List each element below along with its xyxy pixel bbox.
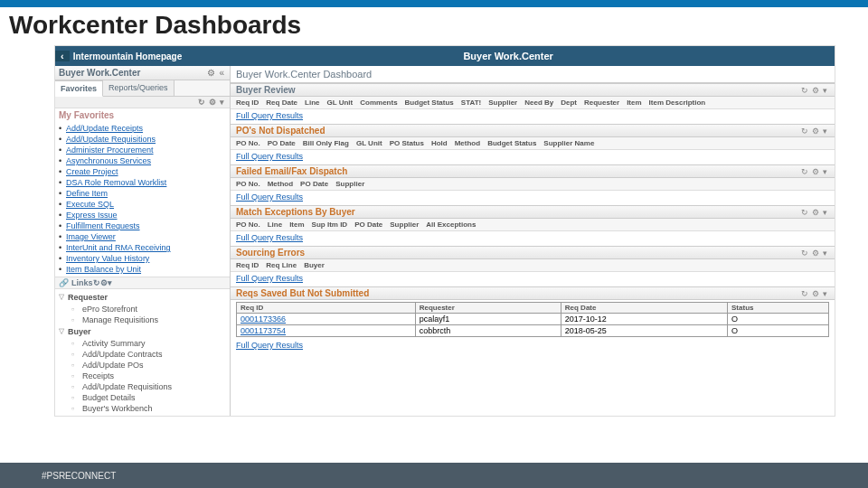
twisty-icon[interactable]: ▽	[59, 291, 68, 304]
tree-leaf[interactable]: ▫Budget Details	[59, 392, 226, 403]
dashboard-block: Sourcing Errors↻⚙▾Req IDReq LineBuyerFul…	[231, 246, 835, 285]
tree-leaf[interactable]: ▫Add/Update Contracts	[59, 349, 226, 360]
favorite-link[interactable]: Execute SQL	[66, 199, 114, 210]
dashboard-title: Buyer Work.Center Dashboard	[231, 66, 835, 83]
refresh-icon[interactable]: ↻	[799, 249, 810, 258]
gear-icon[interactable]: ⚙	[100, 278, 108, 287]
favorite-link[interactable]: Image Viewer	[66, 231, 116, 242]
favorite-link[interactable]: DSA Role Removal Worklist	[66, 177, 166, 188]
tree-group[interactable]: ▽Buyer	[59, 325, 226, 338]
gear-icon[interactable]: ⚙	[810, 86, 821, 95]
chevron-down-icon[interactable]: ▾	[821, 249, 829, 258]
chevron-down-icon[interactable]: ▾	[821, 167, 829, 176]
gear-icon[interactable]: ⚙	[810, 167, 821, 176]
column-headers: PO No.MethodPO DateSupplier	[231, 178, 835, 191]
block-header: Sourcing Errors↻⚙▾	[231, 246, 835, 259]
bullet-icon: •	[59, 188, 66, 199]
table-cell: 2017-10-12	[561, 314, 727, 325]
refresh-icon[interactable]: ↻	[799, 86, 810, 95]
favorite-link[interactable]: Create Project	[66, 166, 118, 177]
gear-icon[interactable]: ⚙	[205, 68, 217, 78]
gear-icon[interactable]: ⚙	[810, 208, 821, 217]
refresh-icon[interactable]: ↻	[93, 278, 100, 287]
column-header: Requester	[584, 99, 619, 107]
favorite-link[interactable]: Asynchronous Services	[66, 155, 151, 166]
tree-leaf-label: Add/Update Contracts	[82, 349, 163, 360]
chevron-down-icon[interactable]: ▾	[821, 86, 829, 95]
refresh-icon[interactable]: ↻	[799, 289, 810, 298]
page-icon: ▫	[71, 381, 82, 392]
links-tree: ▽Requester▫ePro Storefront▫Manage Requis…	[55, 289, 230, 416]
block-title: PO's Not Dispatched	[236, 126, 799, 136]
chevron-down-icon[interactable]: ▾	[821, 289, 829, 298]
refresh-icon[interactable]: ↻	[799, 208, 810, 217]
refresh-icon[interactable]: ↻	[799, 167, 810, 176]
favorite-link[interactable]: Express Issue	[66, 210, 118, 221]
twisty-icon[interactable]: ▽	[59, 325, 68, 338]
bullet-icon: •	[59, 145, 66, 155]
tree-leaf[interactable]: ▫Add/Update POs	[59, 360, 226, 371]
chevron-down-icon[interactable]: ▾	[821, 127, 829, 136]
left-panel-title: Buyer Work.Center	[59, 68, 205, 78]
table-column-header: Req Date	[561, 303, 727, 314]
gear-icon[interactable]: ⚙	[810, 127, 821, 136]
req-id-link[interactable]: 0001173754	[241, 326, 286, 335]
table-column-header: Requester	[415, 303, 561, 314]
homepage-link[interactable]: Intermountain Homepage	[70, 52, 183, 61]
chevron-down-icon[interactable]: ▾	[108, 278, 112, 287]
req-id-link[interactable]: 0001173366	[241, 314, 286, 324]
page-icon: ▫	[71, 304, 82, 314]
table-row[interactable]: 0001173366pcalayf12017-10-12O	[237, 314, 829, 325]
favorite-link[interactable]: Add/Update Receipts	[66, 123, 143, 134]
tree-leaf[interactable]: ▫Receipts	[59, 371, 226, 381]
tree-group[interactable]: ▽Requester	[59, 291, 226, 304]
favorite-link[interactable]: InterUnit and RMA Receiving	[66, 242, 171, 253]
favorite-item: •DSA Role Removal Worklist	[59, 177, 226, 188]
page-icon: ▫	[71, 371, 82, 381]
block-title: Sourcing Errors	[236, 248, 799, 258]
tree-leaf[interactable]: ▫Manage Requisitions	[59, 314, 226, 325]
favorite-link[interactable]: Add/Update Requisitions	[66, 134, 156, 145]
chevron-down-icon[interactable]: ▾	[218, 98, 226, 107]
column-header: Item	[627, 99, 641, 107]
bullet-icon: •	[59, 134, 66, 145]
chevron-down-icon[interactable]: ▾	[821, 208, 829, 217]
tree-leaf[interactable]: ▫Buyer's Workbench	[59, 403, 226, 414]
full-query-results-link[interactable]: Full Query Results	[236, 111, 303, 120]
favorite-link[interactable]: Administer Procurement	[66, 145, 154, 155]
tree-leaf[interactable]: ▫Activity Summary	[59, 338, 226, 349]
column-header: Req Date	[266, 99, 297, 107]
tab-favorites[interactable]: Favorites	[55, 80, 103, 97]
favorite-link[interactable]: Inventory Value History	[66, 253, 149, 264]
favorite-link[interactable]: Define Item	[66, 188, 108, 199]
full-query-results-link[interactable]: Full Query Results	[236, 274, 303, 283]
favorite-item: •Fulfillment Requests	[59, 221, 226, 231]
refresh-icon[interactable]: ↻	[196, 98, 207, 107]
column-header: Bill Only Flag	[303, 139, 349, 147]
column-header: Supplier	[335, 180, 364, 188]
tree-leaf[interactable]: ▫ePro Storefront	[59, 304, 226, 314]
tab-reports-queries[interactable]: Reports/Queries	[103, 80, 175, 96]
favorite-item: •Add/Update Requisitions	[59, 134, 226, 145]
app-header: ‹ Intermountain Homepage Buyer Work.Cent…	[55, 46, 835, 66]
favorite-link[interactable]: Item Balance by Unit	[66, 264, 141, 275]
column-header: PO Status	[390, 139, 424, 147]
refresh-icon[interactable]: ↻	[799, 127, 810, 136]
footer-hashtag: #PSRECONNECT	[42, 471, 116, 481]
collapse-left-icon[interactable]: «	[217, 68, 226, 78]
full-query-results-link[interactable]: Full Query Results	[236, 233, 303, 242]
table-row[interactable]: 0001173754cobbrcth2018-05-25O	[237, 325, 829, 337]
table-cell: O	[728, 314, 829, 325]
gear-icon[interactable]: ⚙	[810, 249, 821, 258]
favorite-link[interactable]: Fulfillment Requests	[66, 221, 140, 231]
bullet-icon: •	[59, 231, 66, 242]
tree-leaf[interactable]: ▫Add/Update Requisitions	[59, 381, 226, 392]
full-query-results-link[interactable]: Full Query Results	[236, 152, 303, 161]
page-icon: ▫	[71, 314, 82, 325]
gear-icon[interactable]: ⚙	[810, 289, 821, 298]
full-query-results-link[interactable]: Full Query Results	[236, 341, 303, 350]
full-query-results-link[interactable]: Full Query Results	[236, 192, 303, 202]
tree-leaf-label: ePro Storefront	[82, 304, 137, 314]
gear-icon[interactable]: ⚙	[207, 98, 218, 107]
back-chevron-icon[interactable]: ‹	[55, 51, 70, 61]
